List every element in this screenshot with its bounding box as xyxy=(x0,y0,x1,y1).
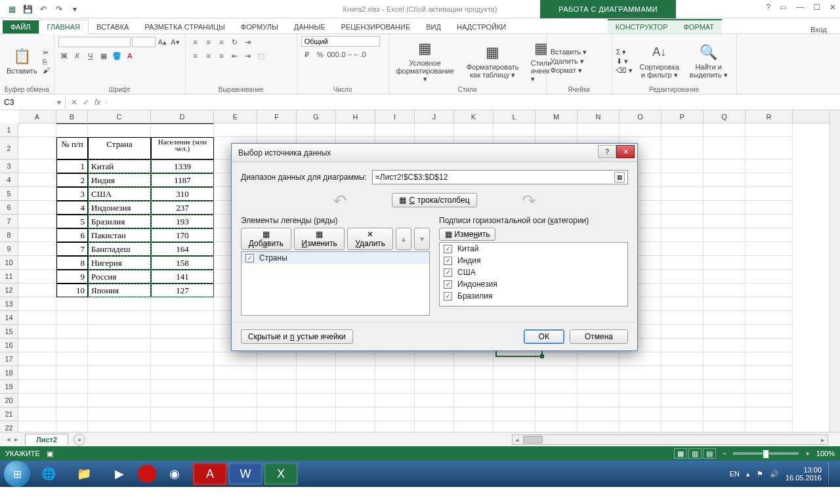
cell[interactable] xyxy=(18,408,56,421)
taskbar-opera[interactable] xyxy=(138,465,156,483)
tab-page-layout[interactable]: РАЗМЕТКА СТРАНИЦЫ xyxy=(136,20,232,33)
list-item[interactable]: ✓США xyxy=(440,266,627,278)
cell[interactable] xyxy=(746,352,793,366)
cell[interactable] xyxy=(704,366,746,380)
cell[interactable] xyxy=(746,325,793,339)
checkbox-icon[interactable]: ✓ xyxy=(444,268,452,277)
cut-icon[interactable]: ✂ xyxy=(43,49,50,57)
cell[interactable] xyxy=(415,366,454,380)
collapse-dialog-icon[interactable]: ▦ xyxy=(614,172,625,182)
cell[interactable]: Пакистан xyxy=(88,228,151,242)
cell[interactable] xyxy=(746,256,793,270)
cell[interactable] xyxy=(151,366,214,380)
cell[interactable] xyxy=(56,339,88,352)
ribbon-toggle-icon[interactable]: ▭ xyxy=(780,3,787,12)
cell[interactable] xyxy=(257,380,297,394)
tab-chart-format[interactable]: ФОРМАТ xyxy=(676,19,723,33)
cell[interactable] xyxy=(704,352,746,366)
taskbar-word[interactable]: W xyxy=(228,463,262,485)
cell[interactable] xyxy=(297,408,336,421)
cell[interactable] xyxy=(88,297,151,311)
cell[interactable] xyxy=(88,352,151,366)
checkbox-icon[interactable]: ✓ xyxy=(444,292,452,301)
sheet-nav-prev-icon[interactable]: ◂ xyxy=(7,435,10,444)
cell[interactable] xyxy=(415,352,454,366)
cell[interactable] xyxy=(18,380,56,394)
cell[interactable] xyxy=(18,242,56,256)
tab-view[interactable]: ВИД xyxy=(418,20,449,33)
cell[interactable] xyxy=(620,352,662,366)
cell[interactable]: 5 xyxy=(56,215,88,228)
hidden-empty-cells-button[interactable]: Скрытые и пустые ячейки xyxy=(241,329,353,344)
border-icon[interactable]: ▦ xyxy=(98,50,110,62)
cell[interactable] xyxy=(56,352,88,366)
cell[interactable] xyxy=(336,394,375,408)
page-break-view-icon[interactable]: ▤ xyxy=(703,448,716,459)
cell[interactable]: 8 xyxy=(56,256,88,270)
normal-view-icon[interactable]: ▦ xyxy=(674,448,687,459)
cancel-formula-icon[interactable]: ✕ xyxy=(71,98,77,107)
italic-button[interactable]: К xyxy=(72,50,83,62)
vertical-scrollbar[interactable] xyxy=(830,110,840,432)
dialog-help-button[interactable]: ? xyxy=(598,145,616,158)
cell[interactable]: Бангладеш xyxy=(88,242,151,256)
cell[interactable] xyxy=(704,339,746,352)
cell[interactable]: 3 xyxy=(56,187,88,201)
cell[interactable] xyxy=(454,366,494,380)
cell[interactable] xyxy=(578,408,620,421)
cell[interactable] xyxy=(704,137,746,159)
cell[interactable] xyxy=(536,408,578,421)
cell[interactable] xyxy=(746,215,793,228)
cell[interactable] xyxy=(494,380,536,394)
cell[interactable] xyxy=(18,297,56,311)
cell[interactable] xyxy=(214,408,257,421)
align-left-icon[interactable]: ≡ xyxy=(190,50,201,62)
cell[interactable] xyxy=(88,325,151,339)
new-sheet-button[interactable]: + xyxy=(74,434,85,446)
cell[interactable] xyxy=(704,242,746,256)
save-icon[interactable]: 💾 xyxy=(21,3,34,16)
cell[interactable]: 310 xyxy=(151,187,214,201)
cell[interactable] xyxy=(18,187,56,201)
cell[interactable] xyxy=(662,408,704,421)
cell[interactable] xyxy=(297,380,336,394)
tab-addins[interactable]: НАДСТРОЙКИ xyxy=(449,20,514,33)
cell[interactable]: 127 xyxy=(151,284,214,297)
sheet-tab-active[interactable]: Лист2 xyxy=(25,434,68,445)
cell[interactable] xyxy=(375,352,415,366)
column-header[interactable]: A xyxy=(18,110,56,123)
cell[interactable] xyxy=(662,228,704,242)
tab-chart-design[interactable]: КОНСТРУКТОР xyxy=(608,19,676,33)
cell[interactable]: Нигерия xyxy=(88,256,151,270)
cell[interactable] xyxy=(662,173,704,187)
edit-series-button[interactable]: ▦ Изменить xyxy=(294,228,345,250)
copy-icon[interactable]: ⎘ xyxy=(43,58,50,66)
row-header[interactable]: 13 xyxy=(0,297,18,311)
conditional-formatting-button[interactable]: ▦Условное форматирование ▾ xyxy=(393,38,457,85)
underline-button[interactable]: Ч xyxy=(85,50,96,62)
name-box[interactable]: C3▾ xyxy=(0,96,66,108)
cell[interactable] xyxy=(746,408,793,421)
row-header[interactable]: 14 xyxy=(0,311,18,325)
cell[interactable] xyxy=(151,311,214,325)
scroll-thumb[interactable] xyxy=(523,436,543,444)
cell[interactable] xyxy=(18,270,56,284)
column-header[interactable]: P xyxy=(662,110,704,123)
cell[interactable] xyxy=(662,159,704,173)
cell[interactable] xyxy=(56,311,88,325)
row-header[interactable]: 1 xyxy=(0,123,18,137)
cell[interactable] xyxy=(297,123,336,137)
undo-icon[interactable]: ↶ xyxy=(37,3,50,16)
cell[interactable] xyxy=(297,366,336,380)
cell[interactable] xyxy=(56,123,88,137)
cancel-button[interactable]: Отмена xyxy=(570,329,628,344)
cell[interactable] xyxy=(704,187,746,201)
cell[interactable] xyxy=(662,297,704,311)
taskbar-ie[interactable]: 🌐 xyxy=(32,463,66,485)
cell[interactable] xyxy=(662,137,704,159)
horizontal-scrollbar[interactable]: ◂ ▸ xyxy=(512,434,828,445)
column-header[interactable]: K xyxy=(454,110,494,123)
cell[interactable] xyxy=(375,408,415,421)
cell[interactable] xyxy=(151,339,214,352)
font-size-combo[interactable] xyxy=(132,37,156,47)
